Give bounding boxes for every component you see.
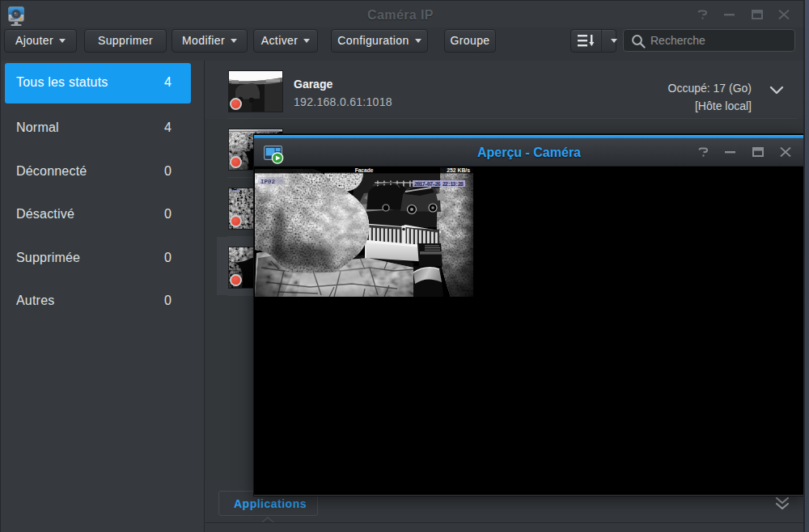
svg-text:Facade: Facade <box>355 167 374 173</box>
svg-text:IP02: IP02 <box>260 179 276 185</box>
svg-text:2017-07-26 22:13:28: 2017-07-26 22:13:28 <box>414 181 464 188</box>
svg-text:252 KB/s: 252 KB/s <box>447 167 470 173</box>
